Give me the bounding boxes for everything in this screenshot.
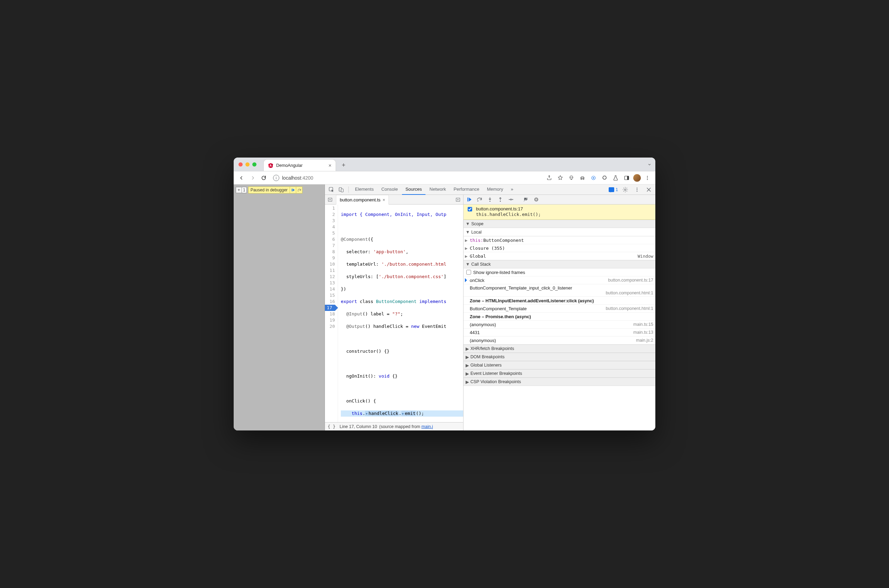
extensions-puzzle-icon[interactable] xyxy=(600,173,609,182)
line-gutter: 1 2 3 4 5 6 7 8 9 10 11 12 13 xyxy=(325,204,338,422)
code-lines: import { Component, OnInit, Input, Outp … xyxy=(338,204,463,422)
step-over-icon[interactable] xyxy=(296,187,302,193)
scope-local-header[interactable]: ▼Local xyxy=(464,228,655,236)
reload-button[interactable] xyxy=(259,173,268,182)
event-listener-breakpoints-header[interactable]: ▶Event Listener Breakpoints xyxy=(464,369,655,378)
breakpoint-checkbox[interactable] xyxy=(468,207,472,212)
tab-memory[interactable]: Memory xyxy=(484,184,507,195)
breakpoint-code: this.handleClick.emit(); xyxy=(476,212,541,217)
toolbar-extensions xyxy=(545,173,652,182)
stack-frame[interactable]: ButtonComponent_Template_input_click_0_l… xyxy=(464,284,655,297)
close-window-icon[interactable] xyxy=(239,162,243,166)
share-icon[interactable] xyxy=(545,173,554,182)
pause-on-exceptions-icon[interactable] xyxy=(531,195,541,204)
breakpoint-entry[interactable]: button.component.ts:17 this.handleClick.… xyxy=(464,204,655,220)
minimize-window-icon[interactable] xyxy=(245,162,249,166)
close-file-icon[interactable]: × xyxy=(383,197,385,202)
csp-breakpoints-header[interactable]: ▶CSP Violation Breakpoints xyxy=(464,378,655,386)
menu-icon[interactable] xyxy=(643,173,652,182)
step-over-button[interactable] xyxy=(475,195,484,204)
tab-sources[interactable]: Sources xyxy=(402,184,425,195)
devtools-panel: Elements Console Sources Network Perform… xyxy=(325,184,655,430)
show-navigator-icon[interactable] xyxy=(326,196,334,204)
step-into-button[interactable] xyxy=(485,195,495,204)
scope-this[interactable]: ▶this: ButtonComponent xyxy=(464,236,655,244)
extension-skull-icon[interactable] xyxy=(567,173,576,182)
scope-global[interactable]: ▶GlobalWindow xyxy=(464,252,655,260)
increment-button[interactable]: + xyxy=(236,187,242,193)
stack-frame[interactable]: onClickbutton.component.ts:17 xyxy=(464,276,655,284)
file-tab[interactable]: button.component.ts × xyxy=(336,195,389,204)
kebab-menu-icon[interactable] xyxy=(632,185,641,194)
stack-frame[interactable]: (anonymous)main.js:2 xyxy=(464,336,655,345)
dom-breakpoints-header[interactable]: ▶DOM Breakpoints xyxy=(464,353,655,361)
tab-title: DemoAngular xyxy=(276,163,302,168)
svg-point-32 xyxy=(500,201,501,202)
step-out-button[interactable] xyxy=(495,195,505,204)
stack-async-boundary: Zone – HTMLInputElement.addEventListener… xyxy=(464,297,655,305)
resume-icon[interactable] xyxy=(290,187,296,193)
issues-count: 1 xyxy=(616,187,618,192)
back-button[interactable] xyxy=(237,173,246,182)
pretty-print-icon[interactable]: { } xyxy=(328,424,336,429)
profile-avatar-icon[interactable] xyxy=(633,174,641,182)
bookmark-star-icon[interactable] xyxy=(556,173,565,182)
more-tabs-icon[interactable]: » xyxy=(508,184,517,195)
chevron-down-icon[interactable] xyxy=(647,158,652,171)
forward-button[interactable] xyxy=(248,173,257,182)
address-bar: i localhost:4200 xyxy=(234,171,655,184)
svg-rect-35 xyxy=(535,199,536,201)
site-info-icon[interactable]: i xyxy=(273,175,279,181)
page-viewport: + 1 Paused in debugger xyxy=(234,184,325,430)
editor-statusbar: { } Line 17, Column 10 (source mapped fr… xyxy=(325,422,463,430)
resume-button[interactable] xyxy=(464,195,474,204)
scope-header[interactable]: ▼Scope xyxy=(464,220,655,228)
scope-closure[interactable]: ▶Closure (355) xyxy=(464,244,655,252)
source-map-link[interactable]: main.j xyxy=(421,424,433,429)
close-tab-icon[interactable]: × xyxy=(328,162,332,168)
sources-layout: button.component.ts × 1 2 3 4 5 xyxy=(325,195,655,430)
svg-point-13 xyxy=(647,179,648,180)
close-devtools-icon[interactable] xyxy=(644,185,653,194)
tab-elements[interactable]: Elements xyxy=(351,184,377,195)
stack-frame[interactable]: ButtonComponent_Templatebutton.component… xyxy=(464,305,655,313)
url-field[interactable]: i localhost:4200 xyxy=(270,173,318,183)
run-snippet-icon[interactable] xyxy=(454,196,462,204)
stack-frame[interactable]: 4431main.ts:13 xyxy=(464,328,655,336)
counter-value: 1 xyxy=(242,187,247,193)
extension-flask-icon[interactable] xyxy=(611,173,620,182)
extension-incognito-icon[interactable] xyxy=(578,173,587,182)
device-toolbar-icon[interactable] xyxy=(337,185,345,194)
svg-point-16 xyxy=(297,191,298,191)
callstack-header[interactable]: ▼Call Stack xyxy=(464,260,655,268)
browser-tab[interactable]: DemoAngular × xyxy=(263,159,336,171)
new-tab-button[interactable]: + xyxy=(339,160,348,170)
paused-label: Paused in debugger xyxy=(249,188,290,192)
step-button[interactable] xyxy=(506,195,515,204)
maximize-window-icon[interactable] xyxy=(252,162,257,166)
tab-strip: DemoAngular × + xyxy=(261,158,647,171)
tab-network[interactable]: Network xyxy=(426,184,450,195)
extension-eye-icon[interactable] xyxy=(589,173,598,182)
tab-performance[interactable]: Performance xyxy=(450,184,482,195)
svg-point-22 xyxy=(637,189,637,190)
url-host: localhost xyxy=(282,175,301,181)
side-panel-icon[interactable] xyxy=(622,173,631,182)
show-ignored-frames-toggle[interactable]: Show ignore-listed frames xyxy=(464,268,655,276)
xhr-breakpoints-header[interactable]: ▶XHR/fetch Breakpoints xyxy=(464,345,655,353)
code-editor[interactable]: 1 2 3 4 5 6 7 8 9 10 11 12 13 xyxy=(325,204,463,422)
settings-gear-icon[interactable] xyxy=(621,185,630,194)
stack-frame[interactable]: (anonymous)main.ts:15 xyxy=(464,321,655,328)
deactivate-breakpoints-icon[interactable] xyxy=(521,195,530,204)
svg-rect-36 xyxy=(536,199,537,201)
debugger-sidebar: button.component.ts:17 this.handleClick.… xyxy=(464,195,655,430)
tab-console[interactable]: Console xyxy=(378,184,401,195)
global-listeners-header[interactable]: ▶Global Listeners xyxy=(464,361,655,369)
breakpoint-file: button.component.ts:17 xyxy=(476,206,541,212)
svg-point-20 xyxy=(625,189,626,190)
svg-point-8 xyxy=(593,177,594,178)
checkbox-icon[interactable] xyxy=(466,270,471,274)
inspect-element-icon[interactable] xyxy=(327,185,336,194)
issues-button[interactable]: 1 xyxy=(609,187,618,192)
url-port: :4200 xyxy=(301,175,313,181)
